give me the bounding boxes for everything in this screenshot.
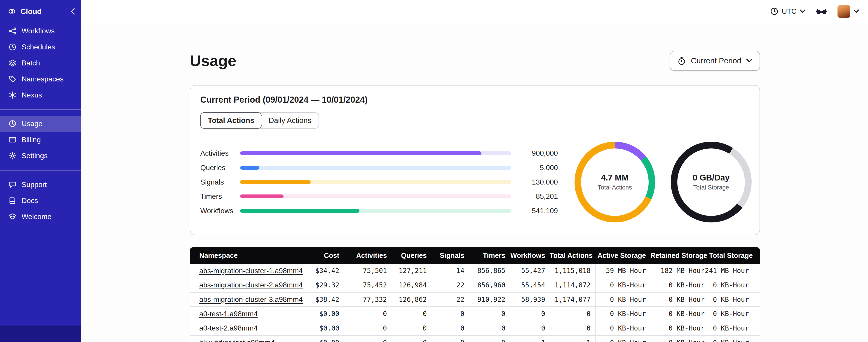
bar-track xyxy=(240,180,512,184)
table-body: abs-migration-cluster-1.a98mm4$34.4275,5… xyxy=(190,264,760,342)
total-actions-donut: 4.7 MMTotal Actions xyxy=(575,142,655,223)
cell-activities: 75,501 xyxy=(344,264,391,278)
period-selector-button[interactable]: Current Period xyxy=(670,51,760,71)
cell-retained-storage: 0 KB-Hour xyxy=(650,307,709,321)
cell-timers: 0 xyxy=(469,307,510,321)
cell-total-storage: 241 MB-Hour xyxy=(709,264,753,278)
namespace-cell: a0-test-2.a98mm4 xyxy=(196,321,307,335)
sidebar-item-schedules[interactable]: Schedules xyxy=(0,39,81,55)
namespace-link[interactable]: bk-worker-test.a98mm4 xyxy=(199,338,275,342)
cell-queries: 0 xyxy=(391,321,431,335)
cell-signals: 22 xyxy=(431,293,469,307)
sidebar-item-billing[interactable]: Billing xyxy=(0,132,81,148)
column-header-namespace: Namespace xyxy=(196,251,307,260)
table-header: NamespaceCostActivitiesQueriesSignalsTim… xyxy=(190,247,760,264)
sidebar-item-nexus[interactable]: Nexus xyxy=(0,87,81,103)
column-header-queries: Queries xyxy=(391,251,431,260)
namespace-link[interactable]: abs-migration-cluster-3.a98mm4 xyxy=(199,295,303,304)
bar-row-activities: Activities900,000 xyxy=(200,146,558,161)
donut-sublabel: Total Actions xyxy=(598,184,632,191)
namespace-link[interactable]: abs-migration-cluster-1.a98mm4 xyxy=(199,267,303,275)
billing-icon xyxy=(8,136,17,144)
bar-value: 541,109 xyxy=(511,207,558,215)
usage-table: NamespaceCostActivitiesQueriesSignalsTim… xyxy=(190,247,760,342)
table-row: abs-migration-cluster-1.a98mm4$34.4275,5… xyxy=(190,264,760,278)
timezone-selector[interactable]: UTC xyxy=(770,7,805,15)
cell-total-actions: 0 xyxy=(550,321,595,335)
bar-value: 5,000 xyxy=(511,164,558,172)
namespace-cell: bk-worker-test.a98mm4 xyxy=(196,336,307,342)
donut-sublabel: Total Storage xyxy=(693,184,729,191)
bar-value: 900,000 xyxy=(511,149,558,158)
cell-active-storage: 0 KB-Hour xyxy=(595,293,650,307)
goggles-icon[interactable] xyxy=(815,7,828,15)
app: Cloud WorkflowsSchedulesBatchNamespacesN… xyxy=(0,0,868,342)
cell-total-storage: 0 KB-Hour xyxy=(709,321,753,335)
bar-label: Workflows xyxy=(200,207,240,215)
cell-workflows: 55,427 xyxy=(510,264,550,278)
namespace-cell: abs-migration-cluster-3.a98mm4 xyxy=(196,293,307,307)
bar-value: 130,000 xyxy=(511,178,558,186)
cell-total-actions: 1,174,077 xyxy=(550,293,595,307)
account-menu[interactable] xyxy=(837,5,859,18)
cell-workflows: 0 xyxy=(510,321,550,335)
schedules-icon xyxy=(8,43,17,51)
sidebar-item-support[interactable]: Support xyxy=(0,177,81,193)
sidebar-item-settings[interactable]: Settings xyxy=(0,148,81,164)
sidebar-item-label: Schedules xyxy=(22,43,55,51)
sidebar-item-label: Billing xyxy=(22,136,41,144)
namespace-link[interactable]: a0-test-1.a98mm4 xyxy=(199,310,257,318)
cell-signals: 14 xyxy=(431,264,469,278)
sidebar-item-workflows[interactable]: Workflows xyxy=(0,23,81,39)
column-header-cost: Cost xyxy=(307,251,344,260)
nexus-icon xyxy=(8,91,17,99)
topbar: UTC xyxy=(81,0,868,23)
sidebar-footer xyxy=(0,326,81,342)
cell-timers: 856,960 xyxy=(469,278,510,292)
cell-activities: 77,332 xyxy=(344,293,391,307)
bar-track xyxy=(240,151,512,155)
cell-total-storage: 0 KB-Hour xyxy=(709,293,753,307)
cell-signals: 0 xyxy=(431,307,469,321)
cell-total-actions: 1,114,872 xyxy=(550,278,595,292)
cell-signals: 0 xyxy=(431,336,469,342)
sidebar-item-namespaces[interactable]: Namespaces xyxy=(0,71,81,87)
actions-bar-chart: Activities900,000Queries5,000Signals130,… xyxy=(200,146,558,218)
content: Usage Current Period Current Period (09/… xyxy=(190,23,760,342)
sidebar-item-label: Welcome xyxy=(22,212,52,221)
bar-row-workflows: Workflows541,109 xyxy=(200,204,558,218)
sidebar-item-batch[interactable]: Batch xyxy=(0,55,81,71)
sidebar-divider xyxy=(0,109,81,110)
cell-total-actions: 1,115,018 xyxy=(550,264,595,278)
sidebar-item-welcome[interactable]: Welcome xyxy=(0,209,81,225)
cell-timers: 0 xyxy=(469,321,510,335)
table-row: a0-test-1.a98mm4$0.000000000 KB-Hour0 KB… xyxy=(190,307,760,321)
sidebar-item-label: Batch xyxy=(22,59,40,67)
cell-queries: 0 xyxy=(391,336,431,342)
sidebar-collapse-button[interactable] xyxy=(70,8,75,15)
namespace-link[interactable]: a0-test-2.a98mm4 xyxy=(199,324,257,332)
sidebar-item-docs[interactable]: Docs xyxy=(0,193,81,209)
settings-icon xyxy=(8,151,17,160)
sidebar-item-usage[interactable]: Usage xyxy=(0,116,81,132)
sidebar-item-label: Settings xyxy=(22,151,48,160)
cloud-logo-icon xyxy=(8,7,16,15)
cell-retained-storage: 0 KB-Hour xyxy=(650,336,709,342)
bar-track xyxy=(240,166,512,170)
bar-label: Timers xyxy=(200,192,240,201)
cell-cost: $38.42 xyxy=(307,293,344,307)
bar-track xyxy=(240,209,512,213)
column-header-signals: Signals xyxy=(431,251,469,260)
total-storage-donut: 0 GB/DayTotal Storage xyxy=(671,142,752,223)
sidebar-brand: Cloud xyxy=(0,0,81,22)
bar-fill xyxy=(240,151,482,155)
donut-value: 0 GB/Day xyxy=(693,173,730,182)
cell-total-storage: 0 KB-Hour xyxy=(709,278,753,292)
donut-value: 4.7 MM xyxy=(601,173,629,182)
brand-label: Cloud xyxy=(21,7,66,16)
namespace-link[interactable]: abs-migration-cluster-2.a98mm4 xyxy=(199,281,303,289)
cell-active-storage: 0 KB-Hour xyxy=(595,278,650,292)
tab-daily-actions[interactable]: Daily Actions xyxy=(261,113,318,128)
tab-total-actions[interactable]: Total Actions xyxy=(200,112,262,129)
cell-workflows: 55,454 xyxy=(510,278,550,292)
